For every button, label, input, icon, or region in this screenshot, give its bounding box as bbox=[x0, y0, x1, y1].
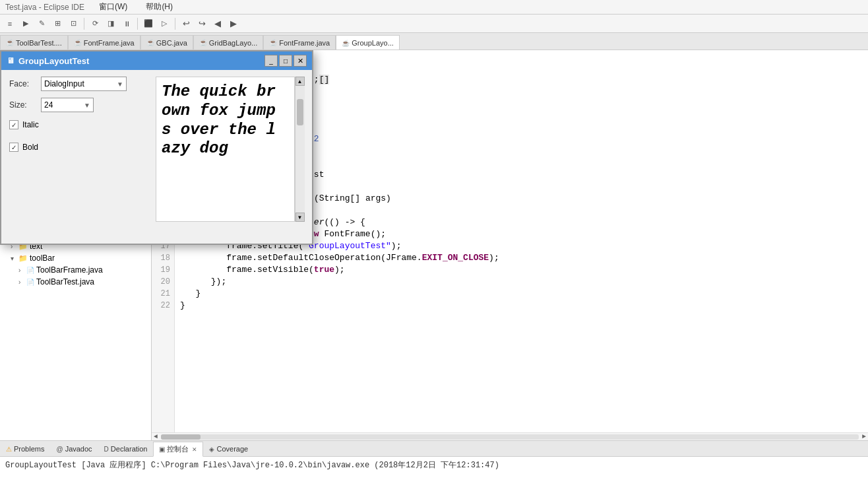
dialog-title-left: 🖥 GroupLayoutTest bbox=[7, 56, 89, 66]
toolbar-btn-2[interactable]: ▶ bbox=[18, 17, 33, 31]
toolbar-btn-5[interactable]: ⊡ bbox=[66, 17, 80, 31]
menu-window[interactable]: 窗口(W) bbox=[95, 0, 131, 14]
toolbar-btn-3[interactable]: ✎ bbox=[34, 17, 49, 31]
tab-label-3: GBC.java bbox=[156, 39, 187, 47]
bottom-tab-declaration[interactable]: D Declaration bbox=[98, 442, 154, 456]
tab-toolbar-test[interactable]: ☕ ToolBarTest.... bbox=[0, 35, 68, 50]
bottom-panel: ⚠ Problems @ Javadoc D Declaration ▣ 控制台… bbox=[0, 440, 868, 503]
problems-icon: ⚠ bbox=[6, 446, 12, 453]
toolbar-btn-6[interactable]: ⟳ bbox=[88, 17, 102, 31]
tree-label-toolbar-folder: toolBar bbox=[30, 253, 55, 263]
tree-item-toolbar-folder[interactable]: ▾ 📁 toolBar bbox=[0, 252, 151, 264]
toolbar-btn-7[interactable]: ◨ bbox=[104, 17, 118, 31]
scroll-left-arrow[interactable]: ◄ bbox=[152, 433, 160, 440]
tab-icon-4: ☕ bbox=[199, 39, 207, 46]
tab-icon-6: ☕ bbox=[342, 40, 350, 47]
scroll-right-arrow[interactable]: ► bbox=[860, 433, 868, 440]
tab-grouplayout[interactable]: ☕ GroupLayo... bbox=[336, 35, 400, 50]
toolbar-btn-8[interactable]: ⏸ bbox=[119, 17, 134, 31]
tree-icon-toolbartest: 📄 bbox=[26, 279, 34, 286]
tab-icon-1: ☕ bbox=[6, 39, 14, 46]
bottom-tab-javadoc[interactable]: @ Javadoc bbox=[50, 442, 98, 456]
toolbar-btn-10[interactable]: ▷ bbox=[157, 17, 171, 31]
toolbar-btn-9[interactable]: ⬛ bbox=[141, 17, 156, 31]
toolbar-btn-1[interactable]: ≡ bbox=[3, 17, 17, 31]
coverage-label: Coverage bbox=[216, 445, 248, 453]
h-scroll-thumb[interactable] bbox=[161, 434, 201, 440]
dialog: 🖥 GroupLayoutTest _ □ ✕ Face bbox=[0, 50, 313, 245]
preview-area: The quick brown fox jumps over the lazy … bbox=[156, 77, 295, 222]
italic-check-mark: ✓ bbox=[11, 121, 16, 129]
declaration-label: Declaration bbox=[111, 445, 148, 453]
size-select[interactable]: 24 ▼ bbox=[41, 98, 94, 112]
line-num-22: 22 bbox=[156, 300, 170, 312]
toolbar-redo[interactable]: ↪ bbox=[195, 17, 209, 31]
tab-icon-2: ☕ bbox=[74, 39, 82, 46]
tab-label-4: GridBagLayo... bbox=[209, 39, 257, 47]
face-value: DialogInput bbox=[44, 79, 84, 88]
bottom-tab-console[interactable]: ▣ 控制台 ✕ bbox=[153, 442, 203, 457]
tab-gridbag[interactable]: ☕ GridBagLayo... bbox=[193, 35, 263, 50]
face-select[interactable]: DialogInput ▼ bbox=[41, 77, 127, 91]
app-title: Test.java - Eclipse IDE bbox=[5, 3, 84, 12]
dialog-overlay: 🖥 GroupLayoutTest _ □ ✕ Face bbox=[0, 50, 313, 245]
h-scrollbar[interactable]: ◄ ► bbox=[152, 432, 868, 440]
toolbar-back[interactable]: ◀ bbox=[210, 17, 225, 31]
toolbar-sep-3 bbox=[175, 18, 175, 30]
line-num-21: 21 bbox=[156, 288, 170, 300]
code-line-20: }); bbox=[180, 276, 863, 288]
main-content: › 📄 People.java › 📁 checkBox › 📁 comboBo… bbox=[0, 50, 868, 440]
code-line-19: frame.setVisible(true); bbox=[180, 264, 863, 276]
bottom-tab-coverage[interactable]: ◈ Coverage bbox=[203, 442, 254, 456]
tab-gbc[interactable]: ☕ GBC.java bbox=[140, 35, 193, 50]
scroll-up-btn[interactable]: ▲ bbox=[295, 77, 305, 86]
tab-icon-5: ☕ bbox=[269, 39, 277, 46]
code-line-18: frame.setDefaultCloseOperation(JFrame.EX… bbox=[180, 252, 863, 264]
h-scroll-track[interactable] bbox=[161, 434, 859, 440]
bold-checkbox[interactable]: ✓ Bold bbox=[9, 143, 148, 152]
console-close-icon[interactable]: ✕ bbox=[192, 446, 197, 453]
console-output: GroupLayoutTest [Java 应用程序] C:\Program F… bbox=[0, 457, 868, 503]
console-icon: ▣ bbox=[159, 446, 165, 453]
menu-help[interactable]: 帮助(H) bbox=[142, 0, 177, 14]
face-row: Face: DialogInput ▼ bbox=[9, 77, 148, 91]
scroll-down-btn[interactable]: ▼ bbox=[295, 213, 305, 222]
bold-check-box[interactable]: ✓ bbox=[9, 143, 18, 152]
bold-check-mark: ✓ bbox=[11, 144, 16, 151]
code-line-22: } bbox=[180, 300, 863, 312]
tree-arrow-toolbar: ▾ bbox=[11, 255, 18, 262]
bottom-tab-problems[interactable]: ⚠ Problems bbox=[0, 442, 50, 456]
tab-label-6: GroupLayo... bbox=[352, 39, 394, 47]
preview-text: The quick brown fox jumps over the lazy … bbox=[156, 77, 281, 164]
line-num-18: 18 bbox=[156, 252, 170, 264]
problems-label: Problems bbox=[14, 445, 44, 453]
tab-icon-3: ☕ bbox=[146, 39, 154, 46]
dialog-minimize[interactable]: _ bbox=[264, 55, 278, 67]
coverage-icon: ◈ bbox=[209, 446, 214, 453]
tab-fontframe-1[interactable]: ☕ FontFrame.java bbox=[68, 35, 140, 50]
italic-check-box[interactable]: ✓ bbox=[9, 120, 18, 129]
console-text: GroupLayoutTest [Java 应用程序] C:\Program F… bbox=[5, 461, 499, 470]
tab-fontframe-2[interactable]: ☕ FontFrame.java bbox=[263, 35, 336, 50]
toolbar-btn-4[interactable]: ⊞ bbox=[50, 17, 65, 31]
javadoc-label: Javadoc bbox=[65, 445, 92, 453]
scroll-track[interactable] bbox=[295, 86, 305, 213]
italic-checkbox[interactable]: ✓ Italic bbox=[9, 120, 148, 129]
dialog-icon: 🖥 bbox=[7, 56, 15, 65]
tab-label-5: FontFrame.java bbox=[279, 39, 330, 47]
preview-scrollbar[interactable]: ▲ ▼ bbox=[295, 77, 304, 222]
toolbar-undo[interactable]: ↩ bbox=[179, 17, 193, 31]
scroll-thumb[interactable] bbox=[297, 99, 303, 125]
dialog-title: GroupLayoutTest bbox=[18, 56, 89, 66]
line-num-19: 19 bbox=[156, 264, 170, 276]
toolbar-sep-1 bbox=[84, 18, 84, 30]
dialog-body: Face: DialogInput ▼ Size: 24 ▼ bbox=[1, 70, 312, 228]
dialog-maximize[interactable]: □ bbox=[279, 55, 292, 67]
tree-item-toolbartest[interactable]: › 📄 ToolBarTest.java bbox=[0, 276, 151, 288]
size-row: Size: 24 ▼ bbox=[9, 98, 148, 112]
tree-item-toolbarframe[interactable]: › 📄 ToolBarFrame.java bbox=[0, 264, 151, 276]
console-label: 控制台 bbox=[167, 444, 189, 454]
toolbar-forward[interactable]: ▶ bbox=[226, 17, 241, 31]
dialog-close[interactable]: ✕ bbox=[294, 55, 307, 67]
top-bar: Test.java - Eclipse IDE 窗口(W) 帮助(H) bbox=[0, 0, 868, 15]
